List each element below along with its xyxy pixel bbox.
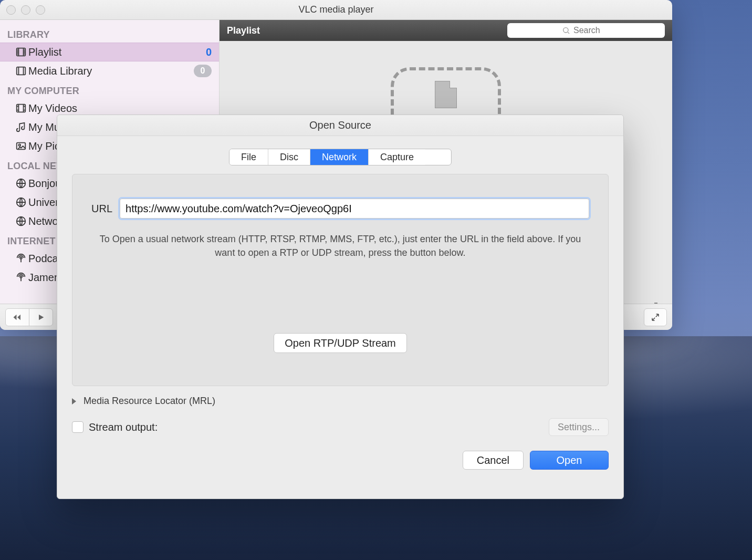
chevron-right-icon: [72, 398, 76, 405]
zoom-window-button[interactable]: [36, 5, 45, 15]
svg-point-4: [18, 144, 20, 146]
network-panel: URL To Open a usual network stream (HTTP…: [72, 174, 609, 386]
sidebar-section-library: LIBRARY: [0, 24, 219, 43]
source-tabs: File Disc Network Capture: [229, 149, 452, 165]
search-input[interactable]: [573, 26, 610, 35]
videos-icon: [14, 102, 28, 114]
stream-output-label: Stream output:: [89, 421, 158, 433]
previous-button[interactable]: [5, 308, 29, 326]
content-title: Playlist: [227, 25, 260, 36]
sidebar-item-label: Playlist: [28, 46, 61, 58]
tab-disc[interactable]: Disc: [268, 149, 310, 165]
titlebar: VLC media player: [0, 0, 672, 20]
sidebar-item-label: Media Library: [28, 65, 92, 77]
sheet-title: Open Source: [57, 115, 623, 136]
open-button[interactable]: Open: [530, 451, 609, 470]
window-title: VLC media player: [298, 4, 373, 15]
sidebar-item-label: My Videos: [28, 102, 77, 115]
svg-rect-2: [17, 105, 26, 112]
sidebar-section-my-computer: MY COMPUTER: [0, 80, 219, 99]
network-icon: [14, 178, 28, 189]
settings-button[interactable]: Settings...: [549, 418, 609, 436]
playlist-count: 0: [206, 46, 212, 58]
svg-point-10: [563, 28, 568, 33]
url-label: URL: [91, 203, 112, 215]
svg-rect-1: [17, 67, 26, 75]
sidebar-item-media-library[interactable]: Media Library 0: [0, 61, 219, 80]
open-source-sheet: Open Source File Disc Network Capture UR…: [57, 115, 624, 499]
podcast-icon: [14, 272, 28, 283]
fullscreen-button[interactable]: [644, 308, 667, 326]
url-hint: To Open a usual network stream (HTTP, RT…: [91, 232, 589, 260]
file-icon: [435, 81, 457, 108]
minimize-window-button[interactable]: [21, 5, 30, 15]
media-library-count: 0: [194, 65, 212, 77]
svg-point-8: [20, 257, 22, 259]
tab-capture[interactable]: Capture: [369, 149, 425, 165]
cancel-button[interactable]: Cancel: [463, 451, 524, 470]
open-rtp-udp-button[interactable]: Open RTP/UDP Stream: [274, 333, 407, 353]
mrl-disclosure[interactable]: Media Resource Locator (MRL): [72, 396, 609, 407]
content-header: Playlist: [220, 20, 672, 41]
tab-file[interactable]: File: [229, 149, 268, 165]
search-icon: [562, 26, 570, 35]
mrl-label: Media Resource Locator (MRL): [83, 396, 215, 407]
tab-network[interactable]: Network: [310, 149, 369, 165]
close-window-button[interactable]: [6, 5, 16, 15]
svg-point-9: [20, 276, 22, 278]
play-button[interactable]: [29, 308, 53, 326]
sidebar-item-playlist[interactable]: Playlist 0: [0, 43, 219, 61]
playlist-icon: [14, 46, 28, 58]
search-field[interactable]: [507, 23, 665, 38]
pictures-icon: [14, 140, 28, 152]
podcast-icon: [14, 253, 28, 264]
url-input[interactable]: [120, 199, 589, 219]
network-icon: [14, 196, 28, 208]
network-icon: [14, 215, 28, 227]
stream-output-checkbox[interactable]: [72, 421, 83, 433]
traffic-lights: [6, 5, 45, 15]
library-icon: [14, 65, 28, 77]
music-icon: [14, 121, 28, 133]
